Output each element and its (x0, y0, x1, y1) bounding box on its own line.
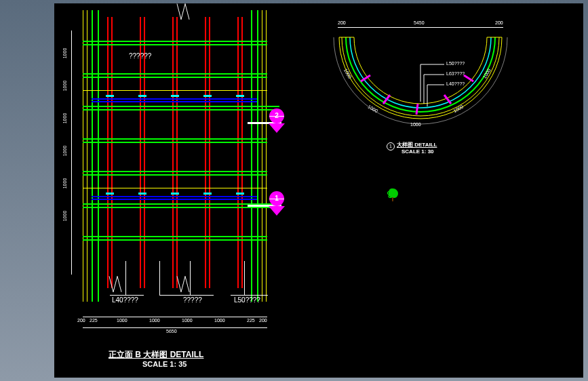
sec2-arrow (269, 123, 285, 133)
conn9 (203, 193, 212, 195)
vline-y2 (87, 10, 87, 302)
vline-g4 (257, 10, 258, 302)
hline-y2 (83, 188, 267, 188)
leader2b (190, 261, 191, 295)
svg-line-4 (416, 104, 418, 115)
leader3 (244, 261, 245, 295)
conn2 (138, 95, 146, 97)
leader2a (159, 261, 160, 295)
vline-outer-right (266, 10, 267, 302)
hdim6: 1000 (214, 318, 225, 323)
vdim6: 1000 (62, 211, 67, 222)
hline-g1a (83, 41, 267, 42)
vdim4: 1000 (62, 146, 67, 157)
hline-g4a (83, 138, 267, 140)
hline-b1b (92, 101, 257, 102)
conn6 (106, 193, 114, 195)
vline-r3b (176, 17, 178, 288)
conn7 (138, 193, 146, 195)
vline-r4a (205, 17, 206, 288)
arc-topdim-line (338, 27, 503, 28)
vline-r1a (107, 17, 109, 288)
hdim-line2 (83, 327, 267, 328)
vdim1: 1000 (62, 48, 67, 59)
hline-g3b (83, 109, 279, 111)
hline-g2a (83, 73, 267, 75)
hline-b1a (92, 98, 257, 100)
break-bot: ╲╱╲ (177, 276, 189, 292)
vline-r3a (172, 17, 174, 288)
vline-g3 (251, 10, 252, 302)
note-bm: ????? (183, 296, 202, 304)
conn3 (171, 95, 179, 97)
vdim-line (71, 31, 72, 275)
leader3h (231, 295, 268, 296)
conn10 (236, 193, 244, 195)
vdim3: 1000 (62, 113, 67, 124)
vline-r4b (209, 17, 210, 288)
note-top: ?????? (129, 52, 151, 60)
hline-g7a (83, 236, 267, 237)
hdim-total: 5650 (166, 329, 177, 334)
conn4 (203, 95, 212, 97)
hline-g5b (83, 174, 267, 176)
arc-lbl2: L63???? (446, 71, 465, 76)
conn8 (171, 193, 179, 195)
arc-lbl1: L50???? (446, 61, 465, 66)
hline-y1 (83, 90, 267, 91)
vline-y3 (262, 10, 262, 302)
arc-lbl3: L40???? (446, 81, 465, 86)
cad-canvas[interactable]: ?????? L40???? ????? L50???? ╲╱╲ ╲╱╲ ╲╱╲… (54, 3, 583, 378)
vline-g1 (92, 10, 93, 302)
conn1 (106, 95, 114, 97)
hline-g4b (83, 142, 267, 143)
hdim4: 1000 (149, 318, 160, 323)
hline-g6b (83, 207, 279, 208)
leader2h (159, 295, 214, 296)
hdim3: 1000 (117, 318, 128, 323)
arc-tdim1: 200 (338, 20, 346, 25)
hdim5: 1000 (182, 318, 193, 323)
hdim8: 200 (259, 318, 267, 323)
hdim2: 225 (90, 318, 98, 323)
break-top: ╲╱╲ (177, 3, 189, 20)
elevation-title: 正立面 B 大样图 DETAILL (109, 349, 203, 361)
leader1 (125, 261, 126, 295)
elevation-scale: SCALE 1: 35 (142, 360, 187, 368)
hline-g3a (83, 106, 279, 107)
svg-line-3 (383, 95, 390, 104)
vline-r5b (241, 17, 243, 288)
vline-outer-left (83, 10, 83, 302)
vdim2: 1000 (62, 81, 67, 92)
note-br: L50???? (234, 296, 260, 304)
tree-trunk (392, 197, 393, 201)
tree-blob (389, 188, 398, 198)
arc-tdim2: 5450 (414, 20, 425, 25)
sec1-arrow (269, 206, 285, 216)
hline-g1b (83, 44, 267, 45)
leader1h (110, 295, 144, 296)
arc-title: 大样图 DETAILL (397, 141, 437, 148)
hdim-line1 (83, 317, 267, 317)
svg-line-6 (464, 75, 473, 81)
vline-g2 (98, 10, 99, 302)
arc-scale: SCALE 1: 30 (401, 148, 434, 155)
vline-r5a (237, 17, 239, 288)
hline-g7b (83, 239, 267, 241)
arc-sdim3: 1000 (410, 122, 421, 127)
vline-r1b (111, 17, 113, 288)
sec1-div (269, 199, 284, 199)
hline-g5a (83, 171, 267, 172)
arc-mark-circle: 1 (387, 142, 395, 151)
hline-g2b (83, 77, 267, 78)
break-bot2: ╲╱╲ (109, 276, 121, 292)
hline-b2a (92, 196, 257, 197)
arc-tdim3: 200 (495, 20, 503, 25)
vdim5: 1000 (62, 178, 67, 189)
note-bl: L40???? (112, 296, 138, 304)
hdim7: 225 (247, 318, 255, 323)
arc-svg (326, 24, 515, 146)
hdim1: 200 (77, 318, 85, 323)
hline-b2b (92, 199, 257, 200)
sec2-div (269, 116, 284, 117)
